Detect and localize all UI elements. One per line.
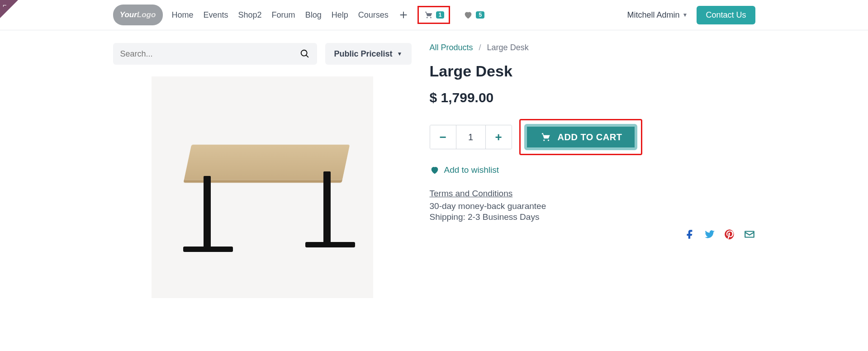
- share-email[interactable]: [744, 228, 755, 243]
- heart-outline-icon: [430, 165, 440, 175]
- product-price: $ 1,799.00: [430, 90, 755, 105]
- search-icon[interactable]: [300, 49, 310, 59]
- add-to-cart-button[interactable]: ADD TO CART: [524, 124, 638, 150]
- shipping-text: Shipping: 2-3 Business Days: [430, 212, 755, 222]
- share-twitter[interactable]: [704, 228, 716, 243]
- nav-shop[interactable]: Shop2: [238, 10, 262, 20]
- qty-decrease-button[interactable]: −: [430, 125, 456, 149]
- cart-count-badge: 1: [436, 11, 445, 19]
- edit-corner-flag[interactable]: [0, 0, 18, 18]
- facebook-icon: [684, 228, 696, 240]
- breadcrumb-current: Large Desk: [487, 43, 529, 52]
- wishlist-link[interactable]: 5: [459, 7, 489, 23]
- logo-part1: Your: [120, 10, 137, 19]
- add-to-wishlist-link[interactable]: Add to wishlist: [430, 165, 755, 175]
- qty-input[interactable]: [456, 125, 485, 149]
- product-title: Large Desk: [430, 62, 755, 80]
- qty-increase-button[interactable]: +: [485, 125, 512, 149]
- nav-help[interactable]: Help: [332, 10, 348, 20]
- pinterest-icon: [724, 228, 735, 240]
- pricelist-label: Public Pricelist: [334, 49, 393, 59]
- search-box[interactable]: [113, 43, 317, 65]
- cart-icon: [540, 131, 551, 143]
- share-facebook[interactable]: [684, 228, 696, 243]
- add-to-cart-highlight: ADD TO CART: [519, 119, 643, 155]
- caret-down-icon: ▼: [397, 51, 403, 57]
- site-header: YourLogo Home Events Shop2 Forum Blog He…: [0, 0, 868, 30]
- wishlist-count-badge: 5: [476, 11, 484, 19]
- nav-home[interactable]: Home: [172, 10, 194, 20]
- nav-blog[interactable]: Blog: [305, 10, 322, 20]
- add-to-cart-label: ADD TO CART: [558, 132, 622, 142]
- heart-icon: [463, 10, 473, 20]
- pricelist-dropdown[interactable]: Public Pricelist ▼: [325, 43, 412, 65]
- twitter-icon: [704, 228, 716, 240]
- breadcrumb-sep: /: [479, 43, 481, 52]
- nav-events[interactable]: Events: [204, 10, 228, 20]
- site-logo[interactable]: YourLogo: [113, 5, 163, 25]
- search-input[interactable]: [120, 49, 300, 59]
- wishlist-label: Add to wishlist: [444, 165, 499, 175]
- share-pinterest[interactable]: [724, 228, 735, 243]
- logo-part2: Logo: [137, 10, 156, 19]
- nav-courses[interactable]: Courses: [358, 10, 389, 20]
- envelope-icon: [744, 228, 755, 240]
- share-row: [430, 228, 755, 243]
- guarantee-text: 30-day money-back guarantee: [430, 201, 755, 211]
- product-image: [152, 76, 373, 298]
- caret-down-icon: ▼: [683, 12, 688, 18]
- nav-forum[interactable]: Forum: [272, 10, 295, 20]
- breadcrumb-root[interactable]: All Products: [430, 43, 473, 52]
- quantity-stepper: − +: [430, 125, 512, 149]
- user-menu[interactable]: Mitchell Admin ▼: [627, 10, 688, 20]
- plus-icon: [398, 10, 408, 20]
- breadcrumb: All Products / Large Desk: [430, 43, 755, 52]
- cart-link[interactable]: 1: [417, 6, 451, 24]
- top-nav: Home Events Shop2 Forum Blog Help Course…: [172, 10, 408, 20]
- contact-button[interactable]: Contact Us: [697, 6, 755, 24]
- terms-link[interactable]: Terms and Conditions: [430, 189, 513, 199]
- user-name: Mitchell Admin: [627, 10, 680, 20]
- cart-icon: [423, 10, 433, 20]
- add-page-button[interactable]: [398, 10, 408, 20]
